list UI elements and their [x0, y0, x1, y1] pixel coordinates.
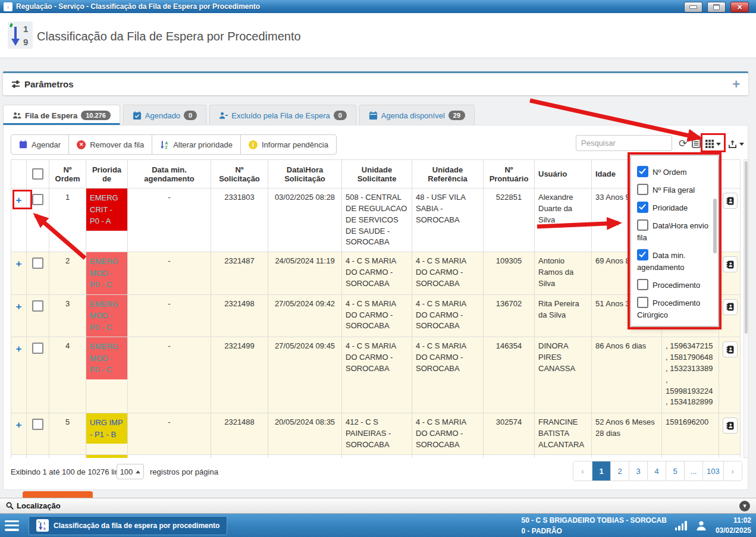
menu-item-procedimento[interactable]: Procedimento [637, 279, 712, 291]
localizacao-label: Localização [17, 501, 61, 510]
informar-pendencia-button[interactable]: i Informar pendência [240, 134, 337, 155]
col-usuario[interactable]: Usuário [535, 160, 592, 189]
col-unidade-referencia[interactable]: Unidade Referência [412, 160, 484, 189]
checkbox-checked-icon[interactable] [637, 202, 648, 213]
contact-button[interactable] [723, 299, 738, 315]
page-button-1[interactable]: 1 [592, 461, 610, 481]
remover-da-fila-button[interactable]: ✕ Remover da fila [68, 134, 152, 155]
contact-button[interactable] [723, 193, 738, 209]
tab-count-badge: 0 [184, 111, 197, 120]
row-checkbox[interactable] [32, 257, 43, 269]
parameters-panel: Parâmetros + [3, 71, 748, 95]
menu-item-fila-geral[interactable]: Nº Fila geral [637, 184, 712, 196]
search-input[interactable] [576, 135, 672, 151]
col-ordem[interactable]: Nº Ordem [49, 160, 86, 189]
page-prev-button[interactable]: ‹ [573, 461, 592, 481]
expand-row-button[interactable]: + [11, 337, 27, 413]
parameters-expand-button[interactable]: + [732, 78, 740, 91]
menu-item-data-min[interactable]: Data min. agendamento [637, 249, 712, 274]
cell-prioridade: URG IMP - P1 - B [86, 454, 128, 458]
menu-item-prioridade[interactable]: Prioridade [637, 202, 712, 214]
cell-idade: 86 Anos 6 dias [592, 337, 662, 413]
page-next-button[interactable]: › [723, 461, 742, 481]
col-acoes [719, 160, 741, 189]
tab-fila-de-espera[interactable]: Fila de Espera 10.276 [3, 105, 120, 125]
row-checkbox[interactable] [32, 419, 43, 430]
cell-prioridade: EMERG CRIT - P0 - A [86, 189, 128, 252]
app-queue-icon: ↓ [4, 2, 12, 11]
date: 03/02/2025 [716, 526, 751, 536]
checkbox-unchecked-icon[interactable] [637, 219, 648, 231]
pagination: ‹ 1 2 3 4 5 ... 103 › [573, 461, 742, 481]
page-button-4[interactable]: 4 [647, 461, 666, 481]
collapse-chevron-button[interactable]: ▾ [739, 501, 750, 511]
checkbox-unchecked-icon[interactable] [637, 184, 648, 195]
clipped-orange-button[interactable] [23, 491, 93, 498]
page-button-2[interactable]: 2 [610, 461, 629, 481]
page-button-103[interactable]: 103 [702, 461, 723, 481]
cell-telefone: 1597890170 [662, 454, 719, 458]
close-button[interactable]: ✕ [730, 2, 749, 12]
row-checkbox[interactable] [32, 300, 43, 312]
agendar-label: Agendar [32, 140, 61, 149]
tab-agenda-disponivel[interactable]: Agenda disponível 29 [359, 105, 475, 125]
cell-unidade-referencia: 48 - USF VILA SABIA - SOROCABA [412, 189, 484, 252]
current-unit: 50 - C S BRIGADEIRO TOBIAS - SOROCAB 0 -… [521, 515, 666, 536]
page-button-3[interactable]: 3 [629, 461, 647, 481]
page-ellipsis[interactable]: ... [684, 461, 702, 481]
svg-text:9: 9 [43, 526, 46, 530]
signal-bars-icon [675, 521, 687, 530]
col-prioridade[interactable]: Prioridade [86, 160, 128, 189]
cell-data-hora: 03/02/2025 08:28 [268, 189, 342, 252]
table-scrollbar[interactable] [744, 159, 749, 458]
alterar-prioridade-button[interactable]: A Z Alterar prioridade [152, 134, 241, 155]
checkbox-unchecked-icon[interactable] [637, 279, 648, 290]
card-view-button[interactable] [691, 139, 702, 148]
contact-button[interactable] [723, 341, 738, 357]
row-checkbox[interactable] [32, 343, 43, 354]
agendar-button[interactable]: Agendar [11, 134, 69, 155]
expand-row-button[interactable]: + [11, 252, 27, 295]
maximize-button[interactable] [707, 2, 726, 12]
col-prontuario[interactable]: Nº Prontuário [484, 160, 535, 189]
window-title: Regulação - Serviço - Classificação da F… [16, 2, 260, 11]
expand-row-button[interactable]: + [11, 189, 27, 252]
cell-prontuario: 522851 [484, 189, 535, 252]
cell-ordem: 2 [49, 252, 86, 295]
cell-unidade-referencia: 4 - C S MARIA DO CARMO - SOROCABA [412, 337, 484, 413]
checkbox-unchecked-icon[interactable] [637, 297, 648, 308]
cell-idade: 52 Anos 6 Meses 28 dias [592, 413, 662, 455]
scrollbar-thumb[interactable] [745, 161, 748, 334]
select-all-checkbox[interactable] [32, 168, 43, 180]
tab-excluido-pela-fila[interactable]: Excluído pela Fila de Espera 0 [209, 105, 356, 125]
active-task-button[interactable]: 1 9 Classificação da fila de espera por … [29, 516, 227, 535]
user-icon[interactable] [695, 520, 707, 532]
menu-item-data-hora-envio[interactable]: Data\Hora envio fila [637, 219, 712, 244]
col-data-min[interactable]: Data min. agendamento [128, 160, 211, 189]
expand-row-button[interactable]: + [11, 413, 27, 455]
checkbox-checked-icon[interactable] [637, 249, 648, 260]
informar-label: Informar pendência [262, 140, 328, 149]
row-checkbox[interactable] [32, 194, 43, 205]
page-button-5[interactable]: 5 [666, 461, 684, 481]
cell-prontuario: 302574 [484, 413, 535, 455]
menu-item-procedimento-cirurgico[interactable]: Procedimento Cirúrgico [637, 297, 712, 321]
menu-item-ordem[interactable]: Nº Ordem [637, 166, 712, 178]
checkbox-checked-icon[interactable] [637, 166, 648, 177]
col-unidade-solicitante[interactable]: Unidade Solicitante [342, 160, 412, 189]
minimize-button[interactable] [684, 2, 702, 12]
export-button[interactable] [727, 137, 745, 150]
menu-button[interactable] [5, 520, 19, 531]
col-data-hora[interactable]: Data\Hora Solicitação [268, 160, 342, 189]
columns-dropdown-button[interactable] [703, 137, 723, 150]
expand-row-button[interactable]: + [11, 294, 27, 337]
col-solicitacao[interactable]: Nº Solicitação [211, 160, 268, 189]
cell-data-hora: 27/05/2024 09:45 [268, 337, 342, 413]
menu-scrollbar-thumb[interactable] [713, 199, 717, 253]
expand-row-button[interactable]: + [11, 454, 27, 458]
contact-button[interactable] [723, 417, 738, 434]
refresh-button[interactable]: ⟳ [677, 137, 689, 149]
tab-agendado[interactable]: Agendado 0 [123, 105, 206, 125]
page-size-select[interactable]: 100 [117, 464, 144, 479]
contact-button[interactable] [723, 256, 738, 272]
